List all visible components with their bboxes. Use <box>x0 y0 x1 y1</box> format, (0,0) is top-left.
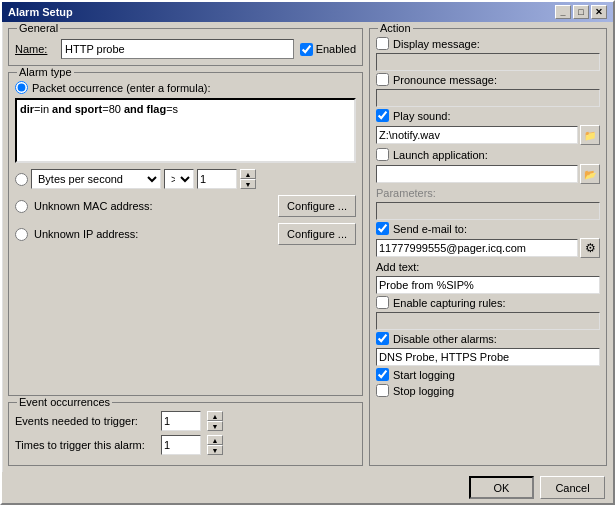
close-button[interactable]: ✕ <box>591 5 607 19</box>
threshold-input[interactable] <box>197 169 237 189</box>
display-message-input[interactable] <box>376 53 600 71</box>
parameters-input[interactable] <box>376 202 600 220</box>
times-trigger-spinner: ▲ ▼ <box>207 435 223 455</box>
parameters-row: Parameters: <box>376 187 600 199</box>
events-needed-row: Events needed to trigger: ▲ ▼ <box>15 411 356 431</box>
pronounce-message-checkbox[interactable] <box>376 73 389 86</box>
send-email-input-row: ⚙ <box>376 238 600 258</box>
launch-app-checkbox[interactable] <box>376 148 389 161</box>
times-trigger-row: Times to trigger this alarm: ▲ ▼ <box>15 435 356 455</box>
general-legend: General <box>17 22 60 34</box>
formula-eq1: =in <box>34 103 52 115</box>
send-email-checkbox[interactable] <box>376 222 389 235</box>
ip-configure-button[interactable]: Configure ... <box>278 223 356 245</box>
formula-keyword-and1: and <box>52 103 72 115</box>
title-bar: Alarm Setup _ □ ✕ <box>2 2 613 22</box>
cancel-button[interactable]: Cancel <box>540 476 605 499</box>
send-email-label: Send e-mail to: <box>393 223 467 235</box>
times-spin-down[interactable]: ▼ <box>207 445 223 455</box>
events-needed-input[interactable] <box>161 411 201 431</box>
stop-logging-checkbox[interactable] <box>376 384 389 397</box>
name-input[interactable] <box>61 39 294 59</box>
formula-keyword-dir: dir <box>20 103 34 115</box>
events-spin-up[interactable]: ▲ <box>207 411 223 421</box>
op-select[interactable]: > < = <box>164 169 194 189</box>
name-row: Name: Enabled <box>15 39 356 59</box>
events-needed-spinner: ▲ ▼ <box>207 411 223 431</box>
play-sound-row: Play sound: <box>376 109 600 122</box>
action-group: Action Display message: Pronounce messag… <box>369 28 607 466</box>
mac-configure-button[interactable]: Configure ... <box>278 195 356 217</box>
launch-app-folder-button[interactable]: 📂 <box>580 164 600 184</box>
times-spin-up[interactable]: ▲ <box>207 435 223 445</box>
launch-app-label: Launch application: <box>393 149 488 161</box>
events-spin-down[interactable]: ▼ <box>207 421 223 431</box>
add-text-input[interactable] <box>376 276 600 294</box>
maximize-button[interactable]: □ <box>573 5 589 19</box>
alarm-type-legend: Alarm type <box>17 66 74 78</box>
start-logging-label: Start logging <box>393 369 455 381</box>
title-bar-buttons: _ □ ✕ <box>555 5 607 19</box>
bytes-select[interactable]: Bytes per second <box>31 169 161 189</box>
display-message-label: Display message: <box>393 38 480 50</box>
threshold-spinner: ▲ ▼ <box>240 169 256 189</box>
name-label: Name: <box>15 43 55 55</box>
play-sound-checkbox[interactable] <box>376 109 389 122</box>
action-legend: Action <box>378 22 413 34</box>
ok-button[interactable]: OK <box>469 476 534 499</box>
left-panel: General Name: Enabled Alarm type Packet … <box>8 28 363 466</box>
times-trigger-label: Times to trigger this alarm: <box>15 439 155 451</box>
start-logging-checkbox[interactable] <box>376 368 389 381</box>
pronounce-message-input[interactable] <box>376 89 600 107</box>
formula-keyword-sport: sport <box>75 103 103 115</box>
enable-capturing-input[interactable] <box>376 312 600 330</box>
play-sound-label: Play sound: <box>393 110 450 122</box>
mac-row: Unknown MAC address: Configure ... <box>15 195 356 217</box>
packet-label: Packet occurrence (enter a formula): <box>32 82 211 94</box>
parameters-label: Parameters: <box>376 187 436 199</box>
play-sound-folder-button[interactable]: 📁 <box>580 125 600 145</box>
pronounce-message-row: Pronounce message: <box>376 73 600 86</box>
alarm-type-group: Alarm type Packet occurrence (enter a fo… <box>8 72 363 396</box>
add-text-row: Add text: <box>376 261 600 273</box>
times-trigger-input[interactable] <box>161 435 201 455</box>
display-message-row: Display message: <box>376 37 600 50</box>
enable-capturing-label: Enable capturing rules: <box>393 297 506 309</box>
packet-radio[interactable] <box>15 81 28 94</box>
general-group: General Name: Enabled <box>8 28 363 66</box>
launch-app-input[interactable] <box>376 165 578 183</box>
launch-app-input-row: 📂 <box>376 164 600 184</box>
spin-down[interactable]: ▼ <box>240 179 256 189</box>
play-sound-input-row: 📁 <box>376 125 600 145</box>
disable-alarms-label: Disable other alarms: <box>393 333 497 345</box>
disable-alarms-row: Disable other alarms: <box>376 332 600 345</box>
send-email-input[interactable] <box>376 239 578 257</box>
enable-capturing-checkbox[interactable] <box>376 296 389 309</box>
spin-up[interactable]: ▲ <box>240 169 256 179</box>
ip-label: Unknown IP address: <box>34 228 138 240</box>
disable-alarms-checkbox[interactable] <box>376 332 389 345</box>
play-sound-input[interactable] <box>376 126 578 144</box>
ip-row: Unknown IP address: Configure ... <box>15 223 356 245</box>
formula-eq3: =s <box>166 103 178 115</box>
bytes-radio[interactable] <box>15 173 28 186</box>
send-email-gear-button[interactable]: ⚙ <box>580 238 600 258</box>
formula-area[interactable]: dir=in and sport=80 and flag=s <box>15 98 356 163</box>
mac-radio[interactable] <box>15 200 28 213</box>
enabled-row: Enabled <box>300 43 356 56</box>
display-message-checkbox[interactable] <box>376 37 389 50</box>
enabled-checkbox[interactable] <box>300 43 313 56</box>
disable-alarms-input[interactable] <box>376 348 600 366</box>
add-text-label: Add text: <box>376 261 419 273</box>
bottom-bar: OK Cancel <box>2 472 613 503</box>
enabled-label: Enabled <box>316 43 356 55</box>
minimize-button[interactable]: _ <box>555 5 571 19</box>
send-email-row: Send e-mail to: <box>376 222 600 235</box>
event-legend: Event occurrences <box>17 396 112 408</box>
ip-radio[interactable] <box>15 228 28 241</box>
right-panel: Action Display message: Pronounce messag… <box>369 28 607 466</box>
pronounce-message-label: Pronounce message: <box>393 74 497 86</box>
launch-app-row: Launch application: <box>376 148 600 161</box>
enable-capturing-row: Enable capturing rules: <box>376 296 600 309</box>
events-needed-label: Events needed to trigger: <box>15 415 155 427</box>
